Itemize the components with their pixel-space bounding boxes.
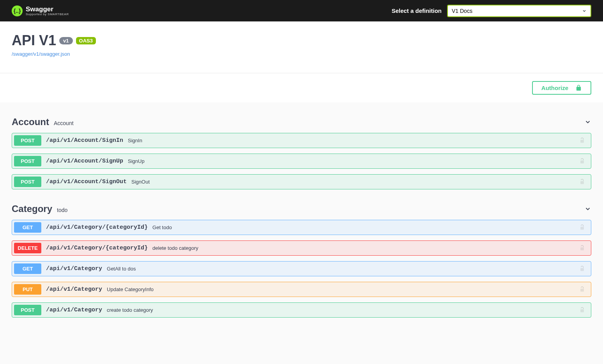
- operation-summary: SignUp: [128, 158, 145, 164]
- unlock-icon: [579, 138, 585, 143]
- method-badge: POST: [14, 135, 41, 146]
- unlock-icon: [579, 179, 585, 185]
- method-badge: GET: [14, 222, 41, 233]
- operation-summary: delete todo category: [152, 245, 198, 251]
- operation-path: /api/v1/Account/SignIn: [46, 137, 123, 144]
- operations-list: POST/api/v1/Account/SignInSignInPOST/api…: [12, 133, 591, 189]
- spec-url-link[interactable]: /swagger/v1/swagger.json: [12, 51, 70, 57]
- brand-subtitle: Supported by SMARTBEAR: [26, 12, 69, 16]
- operation-summary: Get todo: [152, 224, 172, 230]
- tag-section: CategorytodoGET/api/v1/Category/{categor…: [12, 201, 591, 318]
- lock-icon: [575, 85, 582, 91]
- operation-row[interactable]: POST/api/v1/Account/SignInSignIn: [12, 133, 591, 148]
- operation-row[interactable]: POST/api/v1/Categorycreate todo category: [12, 302, 591, 318]
- operations-content: AccountAccountPOST/api/v1/Account/SignIn…: [0, 114, 603, 339]
- tag-name: Category: [12, 203, 52, 214]
- definition-select-label: Select a definition: [392, 7, 442, 14]
- operation-path: /api/v1/Category/{categoryId}: [46, 224, 148, 231]
- unlock-icon: [579, 245, 585, 251]
- tag-section: AccountAccountPOST/api/v1/Account/SignIn…: [12, 114, 591, 189]
- method-badge: PUT: [14, 284, 41, 295]
- unlock-icon: [579, 266, 585, 272]
- svg-rect-1: [580, 161, 584, 164]
- tag-name: Account: [12, 117, 49, 127]
- authorize-label: Authorize: [541, 85, 568, 91]
- api-title: API V1: [12, 32, 56, 49]
- method-badge: DELETE: [14, 243, 41, 253]
- logo: {..} Swagger Supported by SMARTBEAR: [12, 5, 69, 16]
- tag-description: Account: [54, 120, 74, 126]
- chevron-down-icon: [584, 205, 591, 212]
- svg-rect-3: [580, 227, 584, 230]
- method-badge: POST: [14, 177, 41, 187]
- operation-path: /api/v1/Category: [46, 307, 102, 313]
- oas-badge: OAS3: [76, 37, 96, 44]
- svg-rect-5: [580, 268, 584, 271]
- operation-path: /api/v1/Category: [46, 286, 102, 293]
- svg-rect-7: [580, 309, 584, 313]
- method-badge: POST: [14, 156, 41, 166]
- version-badge: v1: [59, 37, 73, 44]
- method-badge: POST: [14, 305, 41, 315]
- operation-row[interactable]: GET/api/v1/CategoryGetAll to dos: [12, 261, 591, 276]
- topbar-controls: Select a definition V1 Docs: [392, 5, 591, 17]
- operation-path: /api/v1/Account/SignOut: [46, 178, 127, 185]
- method-badge: GET: [14, 263, 41, 274]
- chevron-down-icon: [582, 9, 587, 13]
- operation-row[interactable]: DELETE/api/v1/Category/{categoryId}delet…: [12, 240, 591, 256]
- operation-row[interactable]: PUT/api/v1/CategoryUpdate CategoryInfo: [12, 282, 591, 297]
- swagger-logo-icon: {..}: [12, 5, 23, 16]
- definition-selected-value: V1 Docs: [452, 8, 472, 14]
- definition-select[interactable]: V1 Docs: [447, 5, 591, 17]
- unlock-icon: [579, 158, 585, 164]
- operation-row[interactable]: GET/api/v1/Category/{categoryId}Get todo: [12, 220, 591, 235]
- operation-path: /api/v1/Account/SignUp: [46, 158, 123, 164]
- unlock-icon: [579, 286, 585, 292]
- operation-row[interactable]: POST/api/v1/Account/SignOutSignOut: [12, 174, 591, 189]
- tag-header[interactable]: Categorytodo: [12, 201, 591, 217]
- topbar: {..} Swagger Supported by SMARTBEAR Sele…: [0, 0, 603, 21]
- operation-path: /api/v1/Category/{categoryId}: [46, 245, 148, 251]
- operation-summary: create todo category: [107, 307, 153, 313]
- tag-description: todo: [57, 207, 67, 213]
- svg-rect-6: [580, 289, 584, 292]
- svg-rect-2: [580, 181, 584, 184]
- operations-list: GET/api/v1/Category/{categoryId}Get todo…: [12, 220, 591, 318]
- authorize-button[interactable]: Authorize: [532, 81, 591, 95]
- unlock-icon: [579, 224, 585, 230]
- svg-rect-4: [580, 247, 584, 251]
- brand-name: Swagger: [26, 5, 69, 13]
- info-section: API V1 v1 OAS3 /swagger/v1/swagger.json: [0, 21, 603, 73]
- operation-path: /api/v1/Category: [46, 265, 102, 272]
- operation-summary: GetAll to dos: [107, 266, 136, 272]
- operation-summary: Update CategoryInfo: [107, 286, 154, 292]
- tag-header[interactable]: AccountAccount: [12, 114, 591, 130]
- svg-rect-0: [580, 140, 584, 143]
- operation-summary: SignOut: [131, 179, 150, 185]
- operation-summary: SignIn: [128, 138, 142, 143]
- unlock-icon: [579, 307, 585, 313]
- chevron-down-icon: [584, 118, 591, 125]
- auth-section: Authorize: [0, 73, 603, 102]
- operation-row[interactable]: POST/api/v1/Account/SignUpSignUp: [12, 154, 591, 169]
